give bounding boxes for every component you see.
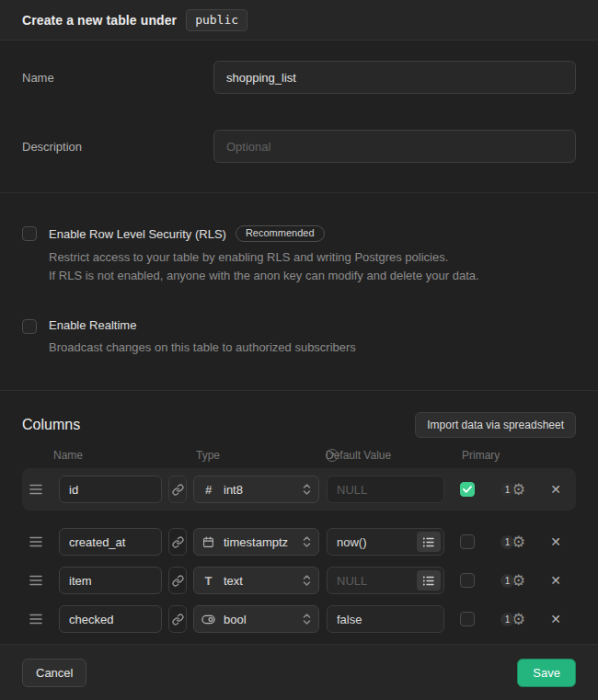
column-name-input[interactable] — [59, 567, 162, 594]
drag-handle-icon[interactable] — [28, 484, 44, 495]
number-icon: # — [201, 483, 215, 497]
column-type-select[interactable]: T text — [193, 567, 319, 594]
realtime-label: Enable Realtime — [49, 318, 136, 332]
settings-count-badge: 1 — [500, 535, 514, 549]
column-row-item: T text 1 ⚙ ✕ — [22, 567, 576, 594]
text-icon: T — [201, 574, 215, 588]
description-label: Description — [22, 140, 213, 154]
chevron-updown-icon — [303, 535, 311, 548]
chevron-updown-icon — [303, 483, 311, 496]
column-row-checked: bool 1 ⚙ ✕ — [22, 605, 576, 633]
foreign-key-link-icon[interactable] — [168, 528, 187, 556]
column-type-select[interactable]: bool — [193, 605, 319, 633]
options-section: Enable Row Level Security (RLS) Recommen… — [0, 193, 598, 391]
columns-header-row: Name Type Default Value ? Primary — [22, 449, 576, 462]
remove-column-button[interactable]: ✕ — [548, 573, 563, 588]
save-button[interactable]: Save — [517, 659, 576, 687]
dialog-header: Create a new table under public — [0, 0, 598, 40]
name-row: Name — [22, 61, 576, 94]
foreign-key-link-icon[interactable] — [168, 567, 187, 594]
column-settings-button[interactable]: 1 ⚙ — [500, 482, 532, 498]
description-row: Description — [22, 130, 576, 163]
help-icon[interactable]: ? — [326, 449, 339, 462]
default-value-list-icon[interactable] — [417, 532, 441, 552]
rls-row: Enable Row Level Security (RLS) Recommen… — [22, 225, 576, 285]
column-type-select[interactable]: timestamptz — [193, 528, 319, 556]
rls-checkbox[interactable] — [22, 226, 37, 241]
column-row-id: # int8 1 ⚙ ✕ — [22, 468, 576, 511]
settings-count-badge: 1 — [500, 613, 514, 626]
remove-column-button[interactable]: ✕ — [548, 534, 563, 549]
realtime-row: Enable Realtime Broadcast changes on thi… — [22, 318, 576, 357]
calendar-icon — [201, 536, 215, 548]
drag-handle-icon[interactable] — [28, 575, 44, 586]
column-row-created-at: timestamptz 1 ⚙ ✕ — [22, 528, 576, 556]
col-header-type: Type — [196, 449, 220, 462]
column-type-select[interactable]: # int8 — [193, 476, 319, 503]
name-label: Name — [22, 71, 213, 85]
column-name-input[interactable] — [59, 528, 162, 556]
toggle-icon — [201, 614, 215, 625]
column-name-input[interactable] — [59, 605, 162, 633]
dialog-footer: Cancel Save — [0, 644, 598, 700]
primary-checkbox[interactable] — [460, 573, 475, 588]
recommended-badge: Recommended — [236, 225, 325, 242]
columns-heading: Columns — [22, 417, 80, 433]
table-info-section: Name Description — [0, 40, 598, 193]
column-settings-button[interactable]: 1 ⚙ — [500, 612, 532, 627]
realtime-checkbox[interactable] — [22, 319, 37, 334]
primary-checkbox[interactable] — [460, 612, 475, 626]
column-settings-button[interactable]: 1 ⚙ — [500, 534, 532, 550]
foreign-key-link-icon[interactable] — [168, 476, 187, 503]
default-value-input[interactable] — [327, 605, 444, 633]
drag-handle-icon[interactable] — [28, 614, 44, 625]
realtime-description: Broadcast changes on this table to autho… — [49, 339, 576, 357]
rls-description: Restrict access to your table by enablin… — [49, 248, 576, 285]
columns-section: Columns Import data via spreadsheet Name… — [0, 391, 598, 644]
column-settings-button[interactable]: 1 ⚙ — [500, 573, 532, 589]
import-spreadsheet-button[interactable]: Import data via spreadsheet — [415, 412, 576, 438]
drag-handle-icon[interactable] — [28, 536, 44, 547]
col-header-name: Name — [53, 449, 83, 462]
description-input[interactable] — [213, 130, 576, 163]
schema-badge: public — [186, 9, 247, 31]
column-name-input[interactable] — [59, 476, 162, 503]
chevron-updown-icon — [303, 613, 311, 625]
remove-column-button[interactable]: ✕ — [548, 612, 563, 626]
default-value-input — [327, 476, 444, 503]
settings-count-badge: 1 — [500, 483, 514, 497]
col-header-primary: Primary — [462, 449, 500, 462]
rls-label: Enable Row Level Security (RLS) — [49, 227, 226, 241]
foreign-key-link-icon[interactable] — [168, 605, 187, 633]
remove-column-button[interactable]: ✕ — [548, 482, 563, 497]
cancel-button[interactable]: Cancel — [22, 659, 86, 687]
create-table-dialog: Create a new table under public Name Des… — [0, 0, 598, 700]
primary-checkbox[interactable] — [460, 534, 475, 549]
primary-checkbox[interactable] — [460, 482, 475, 497]
settings-count-badge: 1 — [500, 574, 514, 588]
dialog-title: Create a new table under — [22, 13, 177, 28]
chevron-updown-icon — [303, 574, 311, 587]
name-input[interactable] — [213, 61, 576, 94]
default-value-list-icon[interactable] — [417, 570, 441, 591]
